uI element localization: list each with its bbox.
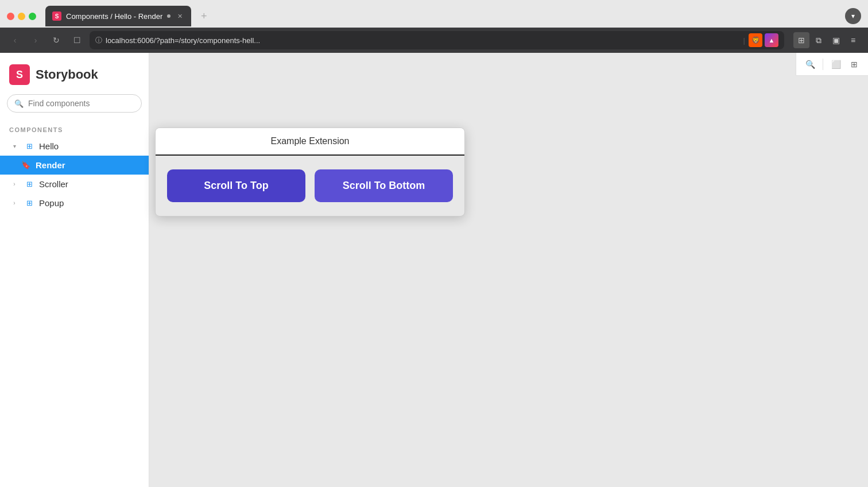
tab-bar-right: ▾ <box>845 8 861 24</box>
nav-tool-icons: ⊞ ⧉ ▣ ≡ <box>793 32 861 48</box>
wallet-button[interactable]: ▣ <box>828 32 844 48</box>
extension-popup: Example Extension Scroll To Top Scroll T… <box>155 127 465 217</box>
sidebar-popup-label: Popup <box>39 198 64 208</box>
address-text: localhost:6006/?path=/story/components-h… <box>106 36 740 45</box>
sidebar-scroller-label: Scroller <box>39 179 68 189</box>
chevron-right-icon: › <box>9 181 20 187</box>
new-tab-button[interactable]: + <box>196 8 212 24</box>
popup-resize-handle[interactable]: | <box>464 161 465 184</box>
component-grid-icon-popup: ⊞ <box>24 199 34 207</box>
single-view-button[interactable]: ⬜ <box>828 56 844 72</box>
sidebar-item-hello[interactable]: ▾ ⊞ Hello <box>0 137 149 156</box>
extension-icons: 🦁 ▲ <box>749 33 778 47</box>
component-grid-icon: ⊞ <box>24 142 34 150</box>
active-tab[interactable]: S Components / Hello - Render ✕ <box>45 6 191 26</box>
close-button[interactable] <box>7 13 14 20</box>
sidebar-item-render[interactable]: 🔖 Render <box>0 156 149 175</box>
component-grid-icon-scroller: ⊞ <box>24 180 34 188</box>
menu-button[interactable]: ≡ <box>845 32 861 48</box>
triangle-icon: ▲ <box>765 33 778 47</box>
search-toolbar-button[interactable]: 🔍 <box>802 56 818 72</box>
toolbar-divider <box>823 59 823 70</box>
storybook-logo-icon: S <box>9 64 30 85</box>
bookmark-button[interactable]: ☐ <box>69 32 85 48</box>
address-separator: | <box>743 36 745 45</box>
maximize-button[interactable] <box>29 13 36 20</box>
nav-bar: ‹ › ↻ ☐ ⓘ localhost:6006/?path=/story/co… <box>0 28 868 53</box>
search-input[interactable] <box>28 99 134 108</box>
tab-modified-dot <box>167 14 170 18</box>
components-section-header: COMPONENTS <box>0 122 149 137</box>
tab-close-button[interactable]: ✕ <box>175 11 184 21</box>
extensions-button[interactable]: ⧉ <box>811 32 827 48</box>
sidebar-hello-label: Hello <box>39 141 59 151</box>
address-bar[interactable]: ⓘ localhost:6006/?path=/story/components… <box>90 31 784 49</box>
search-box[interactable]: 🔍 <box>7 94 142 113</box>
minimize-button[interactable] <box>18 13 25 20</box>
tab-title: Components / Hello - Render <box>66 12 162 21</box>
bookmark-icon: 🔖 <box>21 161 31 169</box>
chevron-right-icon-popup: › <box>9 200 20 206</box>
sidebar-logo: S Storybook <box>0 53 149 94</box>
search-icon: 🔍 <box>14 99 24 108</box>
chevron-down-icon: ▾ <box>9 143 20 149</box>
sidebar-item-scroller[interactable]: › ⊞ Scroller <box>0 175 149 194</box>
forward-button[interactable]: › <box>28 32 44 48</box>
browser-window: S Components / Hello - Render ✕ + ▾ ‹ › … <box>0 0 868 53</box>
extension-popup-header: Example Extension <box>156 128 464 156</box>
brave-icon: 🦁 <box>749 33 762 47</box>
storybook-logo-text: Storybook <box>36 67 98 82</box>
reload-button[interactable]: ↻ <box>48 32 64 48</box>
scroll-to-bottom-button[interactable]: Scroll To Bottom <box>315 169 453 202</box>
preview-toolbar: 🔍 ⬜ ⊞ <box>796 53 868 76</box>
grid-view-button[interactable]: ⊞ <box>846 56 862 72</box>
kanban-view-button[interactable]: ⊞ <box>793 32 809 48</box>
tab-favicon: S <box>52 11 61 21</box>
sidebar-item-popup[interactable]: › ⊞ Popup <box>0 194 149 212</box>
preview-area: Example Extension Scroll To Top Scroll T… <box>149 53 868 487</box>
traffic-lights <box>7 13 36 20</box>
tab-dropdown-button[interactable]: ▾ <box>845 8 861 24</box>
app-body: S Storybook 🔍 COMPONENTS ▾ ⊞ Hello 🔖 Ren… <box>0 53 868 487</box>
extension-popup-body: Scroll To Top Scroll To Bottom <box>156 156 464 216</box>
back-button[interactable]: ‹ <box>7 32 23 48</box>
sidebar: S Storybook 🔍 COMPONENTS ▾ ⊞ Hello 🔖 Ren… <box>0 53 149 487</box>
security-icon: ⓘ <box>95 36 102 45</box>
scroll-to-top-button[interactable]: Scroll To Top <box>167 169 305 202</box>
sidebar-render-label: Render <box>36 160 65 170</box>
tab-bar: S Components / Hello - Render ✕ + ▾ <box>0 0 868 28</box>
